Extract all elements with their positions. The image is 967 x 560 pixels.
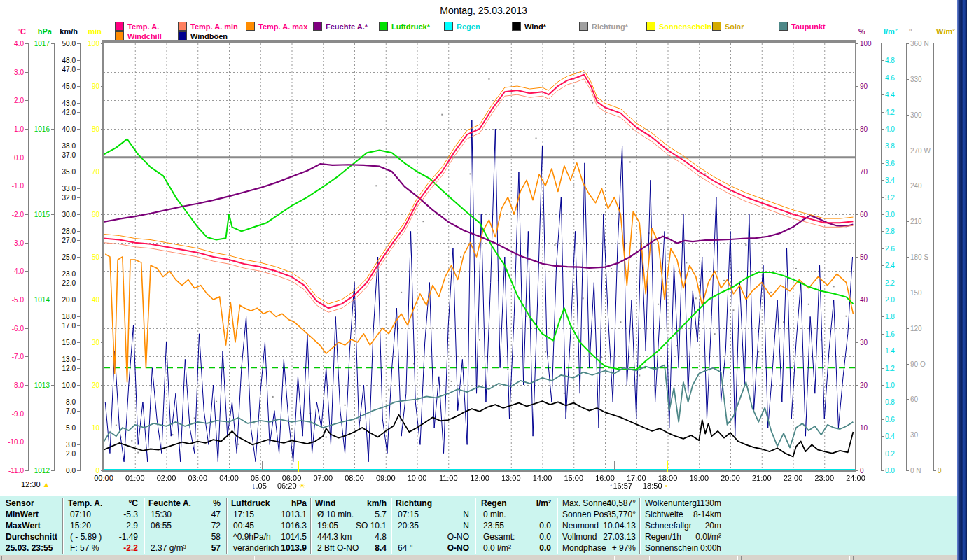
tick-label-lm2: 0.2 [885,451,916,458]
tick-label-min: 10 [74,425,99,432]
tick-lm2 [881,248,884,249]
axis-unit-wm2: W/m² [936,28,955,36]
tick-deg [906,186,909,186]
tick-kmh [77,197,80,198]
tick-kmh [77,69,80,70]
legend-label: Temp. A. [127,22,159,31]
tick-label-kmh: 0.0 [50,468,76,475]
tick-label-min: 30 [74,340,99,346]
tick-label-kmh: 32.0 [50,195,76,202]
tick-label-kmh: 7.0 [50,408,76,415]
table-separator [557,498,558,554]
plot-border-bottom [102,470,856,472]
x-tick-label: 15:00 [559,474,587,482]
table-separator [226,498,228,554]
tick-label-kmh: 17.0 [50,323,76,330]
tick-label-kmh: 23.0 [50,271,76,278]
tick-kmh [77,240,80,241]
tick-degC [25,72,28,73]
tick-label-degC: -1.0 [0,183,24,190]
tick-label-pct: 10 [860,425,891,432]
axis-line-wm2 [933,43,934,471]
cell-label: 0 min. [483,510,506,520]
moonrise-tick [614,461,615,472]
tick-label-kmh: 5.0 [50,425,76,432]
tick-label-kmh: 25.0 [50,254,76,261]
legend-label: Sonnenschein [659,22,711,31]
tick-degC [25,186,28,186]
tick-lm2 [881,197,884,198]
row-label: Sensor [6,498,34,509]
tick-label-deg: 0 N [910,468,941,475]
tick-degC [25,356,28,357]
tick-deg [906,257,909,258]
tick-lm2 [881,180,884,181]
table-separator [639,498,641,554]
tick-label-min: 100 [74,41,99,48]
tick-label-lm2: 0.6 [885,416,916,424]
tick-lm2 [881,470,884,471]
tick-label-hPa: 1015 [24,211,50,218]
cell-value: 1013.1 [231,510,307,520]
tick-kmh [77,316,80,317]
axis-unit-pct: % [858,28,865,36]
desktop-background-band [957,0,967,560]
tick-kmh [77,231,80,232]
legend-label: Richtung* [592,22,628,31]
tick-label-kmh: 27.0 [50,237,76,244]
status-bar [0,555,957,560]
cell-value: N [396,510,469,520]
tick-deg [906,364,909,365]
legend-item-regen: Regen [444,22,480,31]
cell-value: 5.7 [315,510,387,520]
row-label: 25.03. 23:55 [6,543,53,554]
tick-label-kmh: 15.0 [50,340,76,346]
tick-degC [25,271,28,272]
tick-kmh [77,274,80,274]
statusbar-segment [853,556,958,560]
x-tick-label: 07:00 [309,474,337,482]
tick-label-kmh: 35.0 [50,169,76,176]
tick-lm2 [881,351,884,351]
statusbar-segment [653,556,738,560]
tick-label-degC: -4.0 [0,268,24,275]
tick-label-lm2: 2.4 [885,262,916,270]
table-separator [475,498,476,554]
legend-swatch-icon [579,22,588,31]
x-tick-label: 12:00 [466,474,494,482]
tick-kmh [77,155,80,155]
astro-value: 27.03.13 [562,532,636,542]
legend-label: Feuchte A.* [326,22,368,31]
cell-value: 47 [148,510,221,520]
tick-deg [906,293,909,293]
tick-label-degC: -6.0 [0,326,24,332]
tick-label-deg: 90 O [910,361,941,368]
legend-swatch-icon [712,22,721,31]
tick-label-lm2: 1.0 [885,382,916,389]
tick-label-kmh: 18.0 [50,314,76,321]
tick-label-kmh: 33.0 [50,186,76,192]
sunrise-tick [298,461,299,472]
row-label: MaxWert [6,521,41,531]
tick-wm2 [933,470,936,471]
sunset-tick [667,461,668,472]
astro-value: 40,587° [562,498,636,509]
tick-label-hPa: 1012 [24,468,50,475]
cell-value: O-NO [396,532,469,542]
tick-lm2 [881,419,884,420]
x-tick-label: 24:00 [842,474,870,482]
table-separator [391,498,392,554]
legend-swatch-icon [444,22,453,31]
astro-value: 0.0l/m² [645,532,721,542]
tick-kmh [77,283,80,284]
cell-value: 57 [148,543,221,554]
tick-label-kmh: 42.0 [50,109,76,116]
tick-label-deg: 240 [910,183,941,190]
astro-value: 1130m [645,498,721,509]
legend-item-solar: Solar [712,22,744,31]
statusbar-segment [618,556,650,560]
axis-unit-deg: ° [909,28,912,36]
table-separator [144,498,145,554]
tick-kmh [77,146,80,146]
tick-label-min: 60 [74,211,99,218]
